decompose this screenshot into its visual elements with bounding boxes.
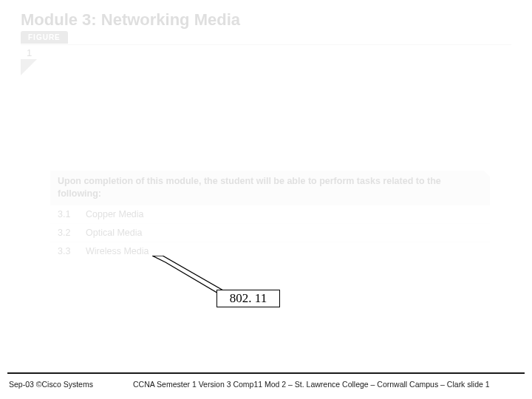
objectives-header: Upon completion of this module, the stud… <box>50 171 490 205</box>
table-row: 3.1 Copper Media <box>50 205 490 223</box>
footer-divider <box>7 372 525 374</box>
callout-box: 802. 11 <box>216 290 280 307</box>
objective-label: Copper Media <box>86 209 482 219</box>
objective-number: 3.3 <box>58 246 86 256</box>
objective-label: Optical Media <box>86 228 482 238</box>
callout-pointer <box>152 256 223 297</box>
table-row: 3.2 Optical Media <box>50 223 490 242</box>
objectives-table: Upon completion of this module, the stud… <box>50 171 490 260</box>
divider <box>21 44 511 45</box>
figure-corner-decor <box>21 59 37 75</box>
table-row: 3.3 Wireless Media <box>50 242 490 260</box>
footer-right-text: CCNA Semester 1 Version 3 Comp11 Mod 2 –… <box>133 380 490 389</box>
objective-number: 3.2 <box>58 228 86 238</box>
figure-tab: FIGURE <box>21 31 68 44</box>
objective-number: 3.1 <box>58 209 86 219</box>
module-title: Module 3: Networking Media <box>21 10 240 30</box>
slide-page: Module 3: Networking Media FIGURE 1 Upon… <box>0 0 532 399</box>
callout-text: 802. 11 <box>230 291 267 305</box>
objective-label: Wireless Media <box>86 246 482 256</box>
pointer-icon <box>152 256 223 297</box>
figure-number: 1 <box>27 47 32 58</box>
svg-marker-0 <box>152 256 223 296</box>
footer-left-text: Sep-03 ©Cisco Systems <box>9 380 93 389</box>
